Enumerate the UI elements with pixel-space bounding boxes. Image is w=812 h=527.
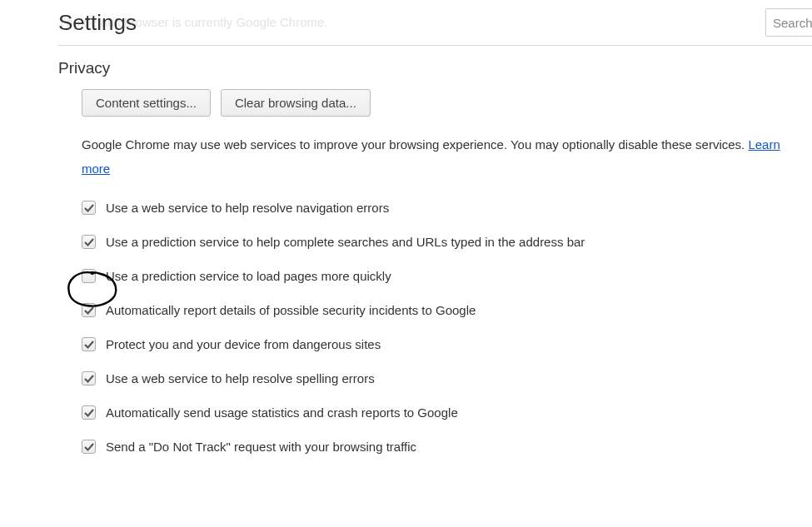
search-placeholder: Search s (773, 16, 812, 30)
option-security-incidents: Automatically report details of possible… (82, 303, 812, 317)
button-row: Content settings... Clear browsing data.… (82, 89, 812, 117)
option-label: Use a web service to help resolve spelli… (106, 371, 375, 385)
options-list: Use a web service to help resolve naviga… (82, 201, 812, 454)
description-text: Google Chrome may use web services to im… (82, 137, 748, 152)
option-do-not-track: Send a "Do Not Track" request with your … (82, 440, 812, 454)
option-label: Use a prediction service to help complet… (106, 235, 585, 249)
privacy-section: Privacy Content settings... Clear browsi… (58, 59, 812, 454)
checkbox[interactable] (82, 405, 96, 420)
checkbox[interactable] (82, 337, 96, 351)
option-label: Protect you and your device from dangero… (106, 337, 381, 351)
checkbox[interactable] (82, 303, 96, 317)
title-area: The default browser is currently Google … (58, 10, 137, 36)
content-settings-button[interactable]: Content settings... (82, 89, 211, 117)
option-spelling-errors: Use a web service to help resolve spelli… (82, 371, 812, 385)
section-title: Privacy (58, 59, 812, 77)
checkbox[interactable] (82, 371, 96, 385)
search-input[interactable]: Search s (765, 8, 812, 37)
settings-page: The default browser is currently Google … (0, 0, 812, 527)
clear-browsing-data-button[interactable]: Clear browsing data... (221, 89, 371, 117)
checkbox[interactable] (82, 440, 96, 454)
checkbox[interactable] (82, 269, 96, 283)
option-label: Automatically report details of possible… (106, 303, 476, 317)
option-navigation-errors: Use a web service to help resolve naviga… (82, 201, 812, 215)
option-label: Send a "Do Not Track" request with your … (106, 440, 416, 454)
checkbox[interactable] (82, 235, 96, 249)
option-label: Use a prediction service to load pages m… (106, 269, 391, 283)
page-title: Settings (58, 10, 137, 35)
option-dangerous-sites: Protect you and your device from dangero… (82, 337, 812, 351)
option-prediction-search: Use a prediction service to help complet… (82, 235, 812, 249)
option-label: Automatically send usage statistics and … (106, 405, 458, 420)
option-prediction-load: Use a prediction service to load pages m… (82, 269, 812, 283)
checkbox[interactable] (82, 201, 96, 215)
header: The default browser is currently Google … (58, 8, 812, 46)
option-label: Use a web service to help resolve naviga… (106, 201, 389, 215)
privacy-description: Google Chrome may use web services to im… (82, 133, 812, 181)
option-usage-stats: Automatically send usage statistics and … (82, 405, 812, 420)
